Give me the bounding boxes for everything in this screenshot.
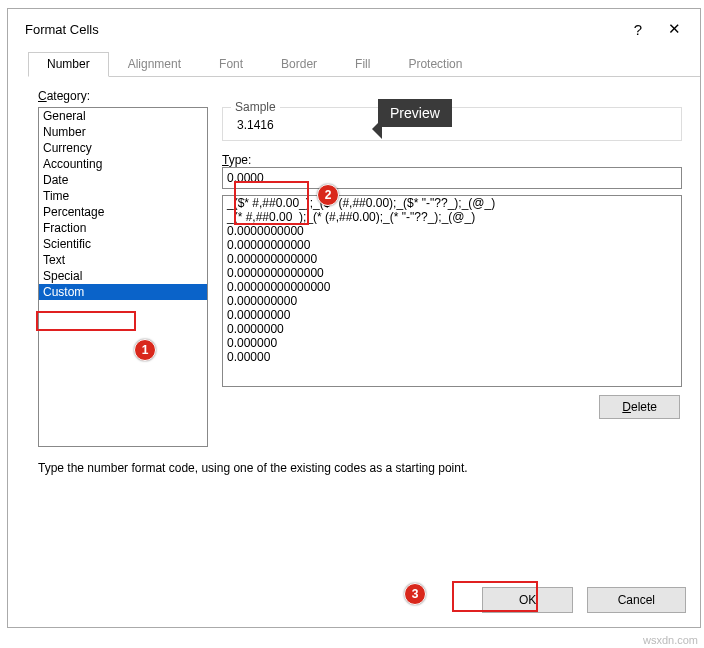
format-code-item[interactable]: 0.0000000000000 (223, 266, 681, 280)
format-code-item[interactable]: 0.0000000 (223, 322, 681, 336)
format-code-item[interactable]: 0.000000000000 (223, 252, 681, 266)
format-code-item[interactable]: 0.00000000 (223, 308, 681, 322)
tab-protection[interactable]: Protection (389, 52, 481, 77)
dialog-footer: OK Cancel (482, 587, 686, 613)
cancel-button[interactable]: Cancel (587, 587, 686, 613)
format-code-list[interactable]: _($* #,##0.00_);_($* (#,##0.00);_($* "-"… (222, 195, 682, 387)
badge-3: 3 (404, 583, 426, 605)
category-item-accounting[interactable]: Accounting (39, 156, 207, 172)
tab-alignment[interactable]: Alignment (109, 52, 200, 77)
category-item-scientific[interactable]: Scientific (39, 236, 207, 252)
format-code-item[interactable]: _($* #,##0.00_);_($* (#,##0.00);_($* "-"… (223, 196, 681, 210)
delete-button[interactable]: Delete (599, 395, 680, 419)
category-item-number[interactable]: Number (39, 124, 207, 140)
format-code-item[interactable]: _(* #,##0.00_);_(* (#,##0.00);_(* "-"??_… (223, 210, 681, 224)
category-item-time[interactable]: Time (39, 188, 207, 204)
format-code-item[interactable]: 0.00000 (223, 350, 681, 364)
sample-group: Sample 3.1416 (222, 107, 682, 141)
format-code-item[interactable]: 0.00000000000000 (223, 280, 681, 294)
category-label: Category: (38, 89, 682, 103)
category-item-percentage[interactable]: Percentage (39, 204, 207, 220)
close-button[interactable]: ✕ (656, 17, 692, 41)
category-list[interactable]: General Number Currency Accounting Date … (38, 107, 208, 447)
category-item-custom[interactable]: Custom (39, 284, 207, 300)
type-input[interactable] (222, 167, 682, 189)
dialog-title: Format Cells (25, 22, 99, 37)
category-item-text[interactable]: Text (39, 252, 207, 268)
help-button[interactable]: ? (620, 17, 656, 41)
format-code-item[interactable]: 0.000000 (223, 336, 681, 350)
tab-number[interactable]: Number (28, 52, 109, 77)
format-cells-dialog: Format Cells ? ✕ Number Alignment Font B… (7, 8, 701, 628)
tab-strip: Number Alignment Font Border Fill Protec… (28, 51, 700, 77)
tab-fill[interactable]: Fill (336, 52, 389, 77)
sample-value: 3.1416 (235, 118, 671, 132)
ok-button[interactable]: OK (482, 587, 573, 613)
category-item-general[interactable]: General (39, 108, 207, 124)
sample-legend: Sample (231, 100, 280, 114)
type-label: Type: (222, 153, 251, 167)
category-item-special[interactable]: Special (39, 268, 207, 284)
category-item-fraction[interactable]: Fraction (39, 220, 207, 236)
titlebar: Format Cells ? ✕ (8, 9, 700, 47)
format-code-item[interactable]: 0.00000000000 (223, 238, 681, 252)
format-code-item[interactable]: 0.000000000 (223, 294, 681, 308)
tab-font[interactable]: Font (200, 52, 262, 77)
category-item-currency[interactable]: Currency (39, 140, 207, 156)
tab-border[interactable]: Border (262, 52, 336, 77)
format-code-item[interactable]: 0.0000000000 (223, 224, 681, 238)
category-item-date[interactable]: Date (39, 172, 207, 188)
hint-text: Type the number format code, using one o… (38, 461, 682, 475)
watermark: wsxdn.com (643, 634, 698, 646)
